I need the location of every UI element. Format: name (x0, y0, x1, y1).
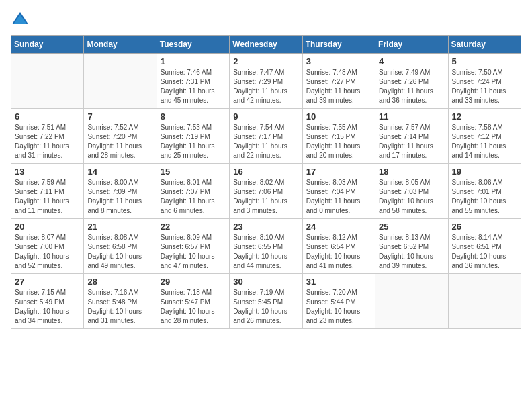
day-info: Sunrise: 7:57 AM Sunset: 7:14 PM Dayligh… (379, 123, 444, 161)
day-number: 1 (161, 56, 226, 66)
day-number: 16 (233, 167, 298, 177)
day-info: Sunrise: 7:55 AM Sunset: 7:15 PM Dayligh… (306, 123, 371, 161)
calendar-day-cell: 11Sunrise: 7:57 AM Sunset: 7:14 PM Dayli… (375, 109, 448, 164)
day-number: 29 (161, 277, 226, 287)
day-number: 28 (87, 277, 152, 287)
day-number: 4 (379, 56, 444, 66)
calendar-day-cell: 14Sunrise: 8:00 AM Sunset: 7:09 PM Dayli… (84, 164, 157, 219)
day-info: Sunrise: 8:08 AM Sunset: 6:58 PM Dayligh… (87, 233, 152, 271)
page-header (11, 11, 521, 27)
day-info: Sunrise: 7:18 AM Sunset: 5:47 PM Dayligh… (161, 288, 226, 326)
day-number: 27 (15, 277, 80, 287)
calendar-week-row: 1Sunrise: 7:46 AM Sunset: 7:31 PM Daylig… (11, 54, 521, 109)
day-number: 12 (452, 111, 517, 122)
day-number: 30 (233, 277, 298, 287)
calendar-day-cell: 18Sunrise: 8:05 AM Sunset: 7:03 PM Dayli… (375, 164, 448, 219)
day-info: Sunrise: 8:01 AM Sunset: 7:07 PM Dayligh… (161, 178, 226, 216)
day-info: Sunrise: 8:00 AM Sunset: 7:09 PM Dayligh… (87, 178, 152, 216)
calendar-day-cell: 23Sunrise: 8:10 AM Sunset: 6:55 PM Dayli… (230, 219, 302, 274)
weekday-header: Monday (84, 36, 157, 54)
day-info: Sunrise: 8:02 AM Sunset: 7:06 PM Dayligh… (233, 178, 298, 216)
day-info: Sunrise: 8:09 AM Sunset: 6:57 PM Dayligh… (161, 233, 226, 271)
calendar-day-cell (448, 274, 521, 329)
day-info: Sunrise: 7:51 AM Sunset: 7:22 PM Dayligh… (15, 123, 80, 161)
day-info: Sunrise: 7:50 AM Sunset: 7:24 PM Dayligh… (452, 68, 517, 105)
calendar-day-cell: 26Sunrise: 8:14 AM Sunset: 6:51 PM Dayli… (448, 219, 521, 274)
day-info: Sunrise: 7:15 AM Sunset: 5:49 PM Dayligh… (15, 288, 80, 326)
day-info: Sunrise: 7:53 AM Sunset: 7:19 PM Dayligh… (161, 123, 226, 161)
day-number: 14 (87, 167, 152, 177)
calendar-day-cell (11, 54, 84, 109)
day-info: Sunrise: 7:16 AM Sunset: 5:48 PM Dayligh… (87, 288, 152, 326)
day-number: 20 (15, 222, 80, 232)
day-number: 21 (87, 222, 152, 232)
day-info: Sunrise: 8:10 AM Sunset: 6:55 PM Dayligh… (233, 233, 298, 271)
weekday-header: Saturday (448, 36, 521, 54)
day-number: 15 (161, 167, 226, 177)
calendar-day-cell: 15Sunrise: 8:01 AM Sunset: 7:07 PM Dayli… (157, 164, 229, 219)
calendar-day-cell: 12Sunrise: 7:58 AM Sunset: 7:12 PM Dayli… (448, 109, 521, 164)
calendar-day-cell: 30Sunrise: 7:19 AM Sunset: 5:45 PM Dayli… (230, 274, 302, 329)
day-info: Sunrise: 7:46 AM Sunset: 7:31 PM Dayligh… (161, 68, 226, 105)
calendar-day-cell (84, 54, 157, 109)
day-number: 25 (379, 222, 444, 232)
calendar-day-cell: 25Sunrise: 8:13 AM Sunset: 6:52 PM Dayli… (375, 219, 448, 274)
day-number: 19 (452, 167, 517, 177)
calendar-day-cell: 28Sunrise: 7:16 AM Sunset: 5:48 PM Dayli… (84, 274, 157, 329)
day-number: 5 (452, 56, 517, 66)
calendar-day-cell: 13Sunrise: 7:59 AM Sunset: 7:11 PM Dayli… (11, 164, 84, 219)
calendar-day-cell: 19Sunrise: 8:06 AM Sunset: 7:01 PM Dayli… (448, 164, 521, 219)
day-info: Sunrise: 7:52 AM Sunset: 7:20 PM Dayligh… (87, 123, 152, 161)
day-info: Sunrise: 7:58 AM Sunset: 7:12 PM Dayligh… (452, 123, 517, 161)
day-info: Sunrise: 7:49 AM Sunset: 7:26 PM Dayligh… (379, 68, 444, 105)
day-info: Sunrise: 8:06 AM Sunset: 7:01 PM Dayligh… (452, 178, 517, 216)
day-number: 26 (452, 222, 517, 232)
day-number: 6 (15, 111, 80, 122)
day-number: 31 (306, 277, 371, 287)
calendar-day-cell (375, 274, 448, 329)
day-info: Sunrise: 8:05 AM Sunset: 7:03 PM Dayligh… (379, 178, 444, 216)
calendar-day-cell: 9Sunrise: 7:54 AM Sunset: 7:17 PM Daylig… (230, 109, 302, 164)
day-info: Sunrise: 8:07 AM Sunset: 7:00 PM Dayligh… (15, 233, 80, 271)
day-info: Sunrise: 8:03 AM Sunset: 7:04 PM Dayligh… (306, 178, 371, 216)
day-number: 17 (306, 167, 371, 177)
calendar-table: SundayMondayTuesdayWednesdayThursdayFrid… (11, 35, 521, 329)
day-number: 13 (15, 167, 80, 177)
day-number: 10 (306, 111, 371, 122)
calendar-day-cell: 29Sunrise: 7:18 AM Sunset: 5:47 PM Dayli… (157, 274, 229, 329)
calendar-week-row: 13Sunrise: 7:59 AM Sunset: 7:11 PM Dayli… (11, 164, 521, 219)
day-number: 22 (161, 222, 226, 232)
calendar-day-cell: 3Sunrise: 7:48 AM Sunset: 7:27 PM Daylig… (302, 54, 375, 109)
calendar-day-cell: 7Sunrise: 7:52 AM Sunset: 7:20 PM Daylig… (84, 109, 157, 164)
weekday-header: Thursday (302, 36, 375, 54)
logo-icon (11, 11, 30, 27)
day-info: Sunrise: 7:59 AM Sunset: 7:11 PM Dayligh… (15, 178, 80, 216)
day-info: Sunrise: 7:48 AM Sunset: 7:27 PM Dayligh… (306, 68, 371, 105)
calendar-day-cell: 5Sunrise: 7:50 AM Sunset: 7:24 PM Daylig… (448, 54, 521, 109)
weekday-header: Wednesday (230, 36, 302, 54)
weekday-header: Tuesday (157, 36, 229, 54)
day-number: 18 (379, 167, 444, 177)
day-info: Sunrise: 8:14 AM Sunset: 6:51 PM Dayligh… (452, 233, 517, 271)
day-number: 24 (306, 222, 371, 232)
day-number: 11 (379, 111, 444, 122)
day-info: Sunrise: 7:54 AM Sunset: 7:17 PM Dayligh… (233, 123, 298, 161)
day-number: 23 (233, 222, 298, 232)
calendar-day-cell: 16Sunrise: 8:02 AM Sunset: 7:06 PM Dayli… (230, 164, 302, 219)
day-number: 7 (87, 111, 152, 122)
calendar-day-cell: 6Sunrise: 7:51 AM Sunset: 7:22 PM Daylig… (11, 109, 84, 164)
calendar-day-cell: 4Sunrise: 7:49 AM Sunset: 7:26 PM Daylig… (375, 54, 448, 109)
calendar-day-cell: 17Sunrise: 8:03 AM Sunset: 7:04 PM Dayli… (302, 164, 375, 219)
calendar-week-row: 27Sunrise: 7:15 AM Sunset: 5:49 PM Dayli… (11, 274, 521, 329)
calendar-day-cell: 24Sunrise: 8:12 AM Sunset: 6:54 PM Dayli… (302, 219, 375, 274)
day-info: Sunrise: 8:12 AM Sunset: 6:54 PM Dayligh… (306, 233, 371, 271)
day-info: Sunrise: 7:20 AM Sunset: 5:44 PM Dayligh… (306, 288, 371, 326)
calendar-day-cell: 10Sunrise: 7:55 AM Sunset: 7:15 PM Dayli… (302, 109, 375, 164)
calendar-day-cell: 21Sunrise: 8:08 AM Sunset: 6:58 PM Dayli… (84, 219, 157, 274)
calendar-week-row: 6Sunrise: 7:51 AM Sunset: 7:22 PM Daylig… (11, 109, 521, 164)
calendar-header-row: SundayMondayTuesdayWednesdayThursdayFrid… (11, 36, 521, 54)
weekday-header: Friday (375, 36, 448, 54)
calendar-week-row: 20Sunrise: 8:07 AM Sunset: 7:00 PM Dayli… (11, 219, 521, 274)
day-info: Sunrise: 8:13 AM Sunset: 6:52 PM Dayligh… (379, 233, 444, 271)
calendar-day-cell: 22Sunrise: 8:09 AM Sunset: 6:57 PM Dayli… (157, 219, 229, 274)
